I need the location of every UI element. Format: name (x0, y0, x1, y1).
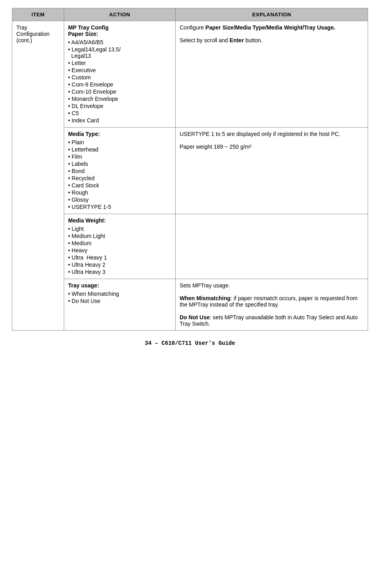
explanation-cell-media-weight (176, 214, 368, 279)
table-row: Media Weight: Light Medium Light Medium … (12, 214, 368, 279)
page-footer: 34 – C610/C711 User's Guide (12, 340, 368, 346)
main-table: ITEM ACTION EXPLANATION TrayConfiguratio… (12, 8, 368, 330)
explanation-cell-media-type: USERTYPE 1 to 5 are displayed only if re… (176, 128, 368, 214)
action-cell-media-type: Media Type: Plain Letterhead Film Labels… (64, 128, 176, 214)
col-header-item: ITEM (12, 8, 64, 21)
table-row: TrayConfiguration(cont.) MP Tray Config … (12, 21, 368, 128)
table-row: Media Type: Plain Letterhead Film Labels… (12, 128, 368, 214)
col-header-action: ACTION (64, 8, 176, 21)
action-cell-paper-size: MP Tray Config Paper Size: A4/A5/A6/B5 L… (64, 21, 176, 128)
col-header-explanation: EXPLANATION (176, 8, 368, 21)
explanation-cell-tray-usage: Sets MPTray usage.When Mismatching: if p… (176, 279, 368, 330)
item-cell-tray: TrayConfiguration(cont.) (12, 21, 64, 330)
action-cell-media-weight: Media Weight: Light Medium Light Medium … (64, 214, 176, 279)
action-cell-tray-usage: Tray usage: When Mismatching Do Not Use (64, 279, 176, 330)
explanation-cell-paper-size: Configure Paper Size/Media Type/Media We… (176, 21, 368, 128)
table-row: Tray usage: When Mismatching Do Not Use … (12, 279, 368, 330)
